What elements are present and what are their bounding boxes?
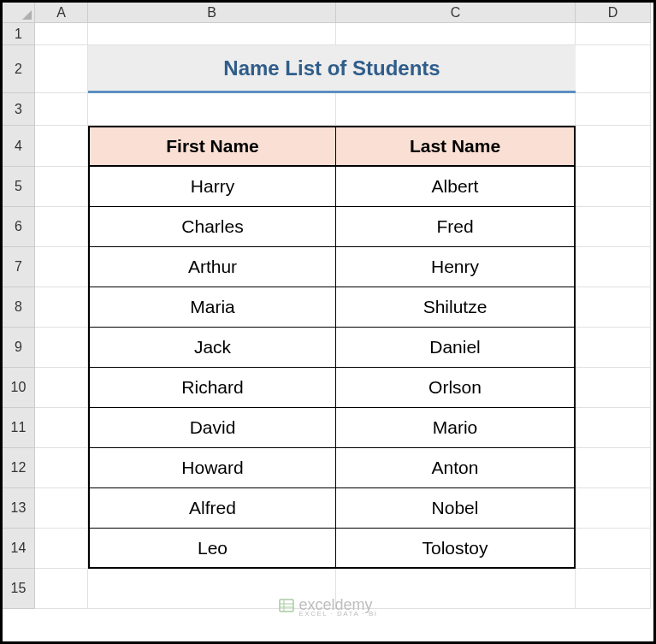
cell-last-10[interactable]: Orlson — [336, 368, 576, 408]
row-header-15[interactable]: 15 — [3, 569, 35, 609]
cell-a7[interactable] — [35, 247, 88, 287]
row-header-9[interactable]: 9 — [3, 328, 35, 368]
spreadsheet-grid: A B C D 1 2 Name List of Students 3 4 Fi… — [3, 3, 653, 609]
cell-d15[interactable] — [576, 569, 651, 609]
cell-a8[interactable] — [35, 287, 88, 328]
cell-d2[interactable] — [576, 45, 651, 93]
row-header-12[interactable]: 12 — [3, 448, 35, 488]
cell-d4[interactable] — [576, 126, 651, 167]
cell-last-8[interactable]: Shilutze — [336, 287, 576, 328]
cell-last-9[interactable]: Daniel — [336, 328, 576, 368]
watermark: exceldemy EXCEL · DATA · BI — [278, 597, 377, 617]
row-header-11[interactable]: 11 — [3, 408, 35, 448]
cell-c1[interactable] — [336, 23, 576, 45]
select-all-corner[interactable] — [3, 3, 35, 23]
row-header-1[interactable]: 1 — [3, 23, 35, 45]
col-header-d[interactable]: D — [576, 3, 651, 23]
cell-a14[interactable] — [35, 529, 88, 569]
row-header-5[interactable]: 5 — [3, 167, 35, 207]
cell-first-12[interactable]: Howard — [88, 448, 336, 488]
cell-first-9[interactable]: Jack — [88, 328, 336, 368]
title-cell[interactable]: Name List of Students — [88, 45, 576, 93]
cell-d8[interactable] — [576, 287, 651, 328]
cell-last-6[interactable]: Fred — [336, 207, 576, 247]
col-header-c[interactable]: C — [336, 3, 576, 23]
row-header-13[interactable]: 13 — [3, 488, 35, 529]
row-header-10[interactable]: 10 — [3, 368, 35, 408]
watermark-text: exceldemy EXCEL · DATA · BI — [298, 597, 377, 617]
cell-first-13[interactable]: Alfred — [88, 488, 336, 529]
row-header-3[interactable]: 3 — [3, 93, 35, 126]
cell-d5[interactable] — [576, 167, 651, 207]
cell-d14[interactable] — [576, 529, 651, 569]
cell-a15[interactable] — [35, 569, 88, 609]
row-header-6[interactable]: 6 — [3, 207, 35, 247]
cell-first-5[interactable]: Harry — [88, 167, 336, 207]
cell-a3[interactable] — [35, 93, 88, 126]
cell-first-6[interactable]: Charles — [88, 207, 336, 247]
row-header-8[interactable]: 8 — [3, 287, 35, 328]
cell-d11[interactable] — [576, 408, 651, 448]
cell-a1[interactable] — [35, 23, 88, 45]
cell-d9[interactable] — [576, 328, 651, 368]
cell-b3[interactable] — [88, 93, 336, 126]
row-header-4[interactable]: 4 — [3, 126, 35, 167]
cell-d6[interactable] — [576, 207, 651, 247]
cell-d3[interactable] — [576, 93, 651, 126]
cell-first-10[interactable]: Richard — [88, 368, 336, 408]
cell-last-14[interactable]: Tolostoy — [336, 529, 576, 569]
cell-d7[interactable] — [576, 247, 651, 287]
cell-d13[interactable] — [576, 488, 651, 529]
cell-a5[interactable] — [35, 167, 88, 207]
cell-d10[interactable] — [576, 368, 651, 408]
row-header-14[interactable]: 14 — [3, 529, 35, 569]
cell-b1[interactable] — [88, 23, 336, 45]
cell-d1[interactable] — [576, 23, 651, 45]
cell-a12[interactable] — [35, 448, 88, 488]
watermark-tagline: EXCEL · DATA · BI — [298, 611, 377, 617]
cell-last-12[interactable]: Anton — [336, 448, 576, 488]
cell-a6[interactable] — [35, 207, 88, 247]
spreadsheet-icon — [278, 598, 293, 617]
cell-a11[interactable] — [35, 408, 88, 448]
col-header-a[interactable]: A — [35, 3, 88, 23]
header-first-name[interactable]: First Name — [88, 126, 336, 167]
cell-a10[interactable] — [35, 368, 88, 408]
row-header-2[interactable]: 2 — [3, 45, 35, 93]
col-header-b[interactable]: B — [88, 3, 336, 23]
cell-d12[interactable] — [576, 448, 651, 488]
cell-first-7[interactable]: Arthur — [88, 247, 336, 287]
cell-last-7[interactable]: Henry — [336, 247, 576, 287]
cell-first-11[interactable]: David — [88, 408, 336, 448]
row-header-7[interactable]: 7 — [3, 247, 35, 287]
cell-last-13[interactable]: Nobel — [336, 488, 576, 529]
svg-rect-0 — [279, 600, 293, 612]
cell-first-14[interactable]: Leo — [88, 529, 336, 569]
cell-first-8[interactable]: Maria — [88, 287, 336, 328]
cell-a2[interactable] — [35, 45, 88, 93]
cell-a4[interactable] — [35, 126, 88, 167]
cell-last-5[interactable]: Albert — [336, 167, 576, 207]
cell-c3[interactable] — [336, 93, 576, 126]
cell-last-11[interactable]: Mario — [336, 408, 576, 448]
cell-a13[interactable] — [35, 488, 88, 529]
cell-a9[interactable] — [35, 328, 88, 368]
header-last-name[interactable]: Last Name — [336, 126, 576, 167]
